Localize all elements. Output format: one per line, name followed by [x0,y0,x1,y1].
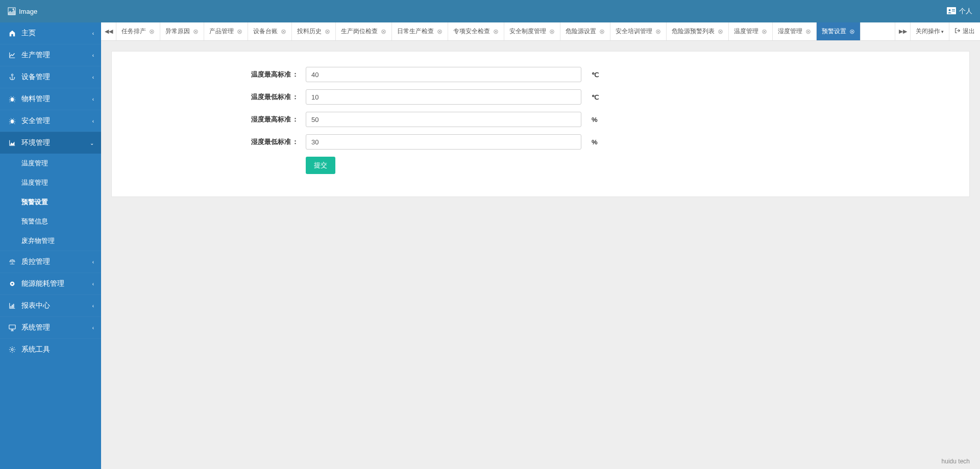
close-icon[interactable]: ⊗ [493,28,499,35]
footer-text: huidu tech [942,458,970,465]
home-icon [8,29,16,37]
close-icon[interactable]: ⊗ [149,28,155,35]
tab-label: 危险源设置 [566,27,596,36]
close-icon[interactable]: ⊗ [762,28,767,35]
tab-3[interactable]: 设备台账⊗ [248,22,292,40]
tab-close-operations[interactable]: 关闭操作▾ [910,22,949,40]
content-wrap: 温度最高标准：℃温度最低标准：℃湿度最高标准：%湿度最低标准：% 提交 huid… [101,41,980,469]
sidebar-item-10[interactable]: 系统工具 [0,338,101,360]
tab-10[interactable]: 安全培训管理⊗ [610,22,667,40]
close-icon[interactable]: ⊗ [193,28,199,35]
close-icon[interactable]: ⊗ [655,28,661,35]
form-input-1[interactable] [306,89,581,105]
colon: ： [292,70,299,78]
tab-label: 设备台账 [253,27,278,36]
colon: ： [292,138,299,145]
sidebar-item-7[interactable]: 能源能耗管理‹ [0,273,101,294]
tab-exit[interactable]: 退出 [949,22,980,40]
form-row-0: 温度最高标准：℃ [132,67,949,82]
tab-12[interactable]: 温度管理⊗ [729,22,773,40]
form-input-3[interactable] [306,134,581,150]
tab-1[interactable]: 异常原因⊗ [160,22,204,40]
cog-icon [8,345,16,354]
tab-4[interactable]: 投料历史⊗ [292,22,336,40]
sidebar-item-0[interactable]: 主页‹ [0,22,101,44]
chevron-left-icon: ‹ [92,303,94,309]
sidebar-item-9[interactable]: 系统管理‹ [0,316,101,338]
submit-button[interactable]: 提交 [306,157,335,174]
sidebar-subitem-5-3[interactable]: 预警信息 [0,212,101,231]
close-icon[interactable]: ⊗ [599,28,605,35]
close-icon[interactable]: ⊗ [805,28,811,35]
id-card-icon [947,7,956,16]
sidebar-item-label: 质控管理 [21,257,50,266]
svg-point-14 [11,349,13,351]
svg-point-7 [11,97,14,102]
scale-icon [8,258,16,266]
header-user[interactable]: 个人 [947,7,972,16]
sidebar-item-2[interactable]: 设备管理‹ [0,66,101,88]
tab-8[interactable]: 安全制度管理⊗ [504,22,560,40]
close-icon[interactable]: ⊗ [849,28,855,35]
sidebar-subitem-5-1[interactable]: 温度管理 [0,173,101,192]
svg-point-9 [11,283,13,285]
sidebar-item-4[interactable]: 安全管理‹ [0,110,101,132]
form-label: 温度最高标准： [132,70,306,79]
sidebar-subitem-5-0[interactable]: 温度管理 [0,154,101,173]
tab-label: 产品管理 [209,27,234,36]
tab-label: 投料历史 [297,27,322,36]
tab-label: 温度管理 [734,27,758,36]
form-input-2[interactable] [306,112,581,127]
form-label-text: 湿度最高标准 [251,115,291,123]
tab-6[interactable]: 日常生产检查⊗ [392,22,448,40]
close-icon[interactable]: ⊗ [325,28,330,35]
sidebar-item-label: 物料管理 [21,94,50,104]
form-unit: ℃ [592,71,599,79]
close-icon[interactable]: ⊗ [237,28,242,35]
tab-9[interactable]: 危险源设置⊗ [560,22,610,40]
chart-area-icon [8,139,16,147]
chevron-left-icon: ‹ [92,281,94,287]
tab-11[interactable]: 危险源预警列表⊗ [667,22,729,40]
sidebar-subitem-5-2[interactable]: 预警设置 [0,192,101,212]
caret-down-icon: ▾ [941,29,944,34]
sidebar-subitem-5-4[interactable]: 废弃物管理 [0,231,101,251]
sidebar-item-label: 环境管理 [21,138,50,147]
close-icon[interactable]: ⊗ [549,28,555,35]
close-icon[interactable]: ⊗ [281,28,286,35]
chevron-down-icon: ⌄ [90,140,94,146]
form-input-0[interactable] [306,67,581,82]
form-row-1: 温度最低标准：℃ [132,89,949,105]
tab-13[interactable]: 湿度管理⊗ [773,22,817,40]
form-panel: 温度最高标准：℃温度最低标准：℃湿度最高标准：%湿度最低标准：% 提交 [111,51,970,197]
sidebar-item-label: 报表中心 [21,301,50,310]
form-label: 湿度最高标准： [132,115,306,124]
sidebar-item-label: 设备管理 [21,72,50,82]
sidebar-item-label: 生产管理 [21,51,50,60]
sidebar-item-3[interactable]: 物料管理‹ [0,88,101,110]
tab-0[interactable]: 任务排产⊗ [116,22,160,40]
tab-scroll-left[interactable]: ◀◀ [101,22,116,40]
sidebar-item-8[interactable]: 报表中心‹ [0,294,101,316]
tab-bar: ◀◀ 任务排产⊗异常原因⊗产品管理⊗设备台账⊗投料历史⊗生产岗位检查⊗日常生产检… [101,22,980,41]
close-icon[interactable]: ⊗ [718,28,723,35]
sidebar-item-label: 系统工具 [21,345,50,354]
close-icon[interactable]: ⊗ [381,28,386,35]
tab-label: 专项安全检查 [453,27,490,36]
sidebar-item-1[interactable]: 生产管理‹ [0,44,101,66]
tab-5[interactable]: 生产岗位检查⊗ [336,22,392,40]
double-chevron-left-icon: ◀◀ [105,28,113,35]
tab-close-ops-label: 关闭操作 [916,27,940,36]
tab-7[interactable]: 专项安全检查⊗ [448,22,504,40]
sidebar-item-6[interactable]: 质控管理‹ [0,251,101,273]
sidebar-item-label: 主页 [21,29,36,38]
tab-scroll-right[interactable]: ▶▶ [895,22,910,40]
svg-rect-12 [13,304,14,308]
sidebar-item-5[interactable]: 环境管理⌄ [0,132,101,154]
tab-label: 预警设置 [822,27,846,36]
chart-line-icon [8,51,16,59]
tab-2[interactable]: 产品管理⊗ [204,22,248,40]
svg-point-1 [13,9,14,10]
tab-14[interactable]: 预警设置⊗ [817,22,861,40]
close-icon[interactable]: ⊗ [437,28,443,35]
